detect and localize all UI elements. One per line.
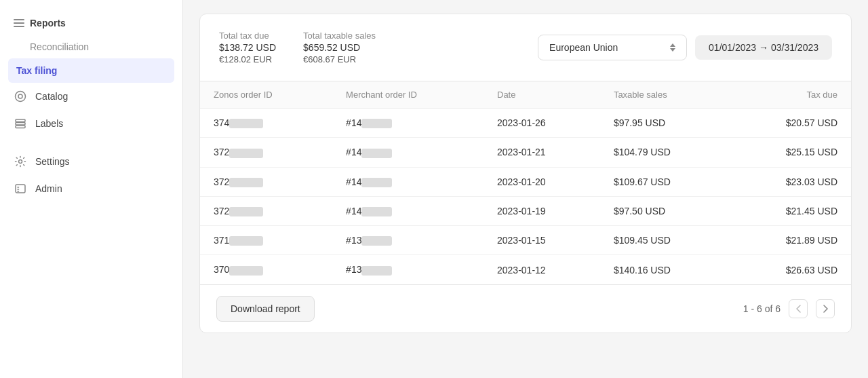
date-range-selector[interactable]: 01/01/2023 → 03/31/2023 [695,35,832,60]
region-selected-label: European Union [549,42,618,53]
zonos-id-blur [229,266,263,276]
svg-rect-3 [16,123,25,126]
cell-taxable-sales: $140.16 USD [600,255,730,284]
cell-date: 2023-01-26 [484,109,600,138]
col-zonos-order-id: Zonos order ID [200,81,332,109]
merchant-id-prefix: #14 [346,147,361,157]
content-card: Total tax due $138.72 USD €128.02 EUR To… [199,14,852,333]
cell-zonos-id: 371 [200,226,332,255]
cell-tax-due: $25.15 USD [730,138,851,167]
sidebar-reports-section: Reports [0,11,182,35]
zonos-id-blur [229,236,263,246]
select-chevrons-icon [670,43,675,52]
cell-date: 2023-01-15 [484,226,600,255]
merchant-id-prefix: #13 [346,264,361,275]
merchant-id-blur [361,119,392,128]
merchant-id-blur [361,266,392,276]
cell-merchant-id: #14 [332,138,484,167]
table-row: 372 #14 2023-01-20$109.67 USD$23.03 USD [200,167,851,196]
svg-point-0 [16,92,26,102]
table-row: 372 #14 2023-01-19$97.50 USD$21.45 USD [200,196,851,225]
download-report-button[interactable]: Download report [216,296,315,322]
cell-merchant-id: #13 [332,226,484,255]
cell-zonos-id: 374 [200,109,332,138]
date-range-label: 01/01/2023 → 03/31/2023 [709,42,818,53]
orders-table: Zonos order ID Merchant order ID Date Ta… [200,81,851,284]
cell-taxable-sales: $109.67 USD [600,167,730,196]
table-container: Zonos order ID Merchant order ID Date Ta… [200,81,851,284]
cell-date: 2023-01-20 [484,167,600,196]
svg-rect-2 [16,119,25,122]
cell-merchant-id: #14 [332,109,484,138]
header-controls: European Union 01/01/2023 → 03/31/2023 [538,35,832,60]
svg-rect-6 [16,185,25,193]
cell-merchant-id: #14 [332,196,484,225]
sidebar-item-admin[interactable]: Admin [0,175,182,202]
merchant-id-prefix: #14 [346,206,361,216]
sidebar-item-tax-filing[interactable]: Tax filing [8,58,174,83]
sidebar-item-reconciliation[interactable]: Reconciliation [0,35,182,58]
cell-zonos-id: 372 [200,196,332,225]
reports-icon [14,19,24,27]
svg-point-5 [19,160,22,164]
zonos-id-blur [229,119,263,128]
cell-date: 2023-01-21 [484,138,600,167]
cell-zonos-id: 372 [200,167,332,196]
total-taxable-sales-eur: €608.67 EUR [303,54,376,64]
cell-date: 2023-01-12 [484,255,600,284]
sidebar-item-labels[interactable]: Labels [0,110,182,137]
table-header-row: Zonos order ID Merchant order ID Date Ta… [200,81,851,109]
prev-page-button[interactable] [789,299,808,318]
cell-tax-due: $26.63 USD [730,255,851,284]
merchant-id-prefix: #14 [346,176,361,187]
total-taxable-sales-label: Total taxable sales [303,31,376,41]
table-row: 370 #13 2023-01-12$140.16 USD$26.63 USD [200,255,851,284]
svg-rect-4 [16,126,25,128]
labels-icon [14,117,27,130]
cell-zonos-id: 370 [200,255,332,284]
total-taxable-sales-usd: $659.52 USD [303,42,376,53]
next-page-button[interactable] [816,299,835,318]
cell-merchant-id: #13 [332,255,484,284]
admin-icon [14,182,27,195]
sidebar-item-catalog[interactable]: Catalog [0,83,182,110]
sidebar-item-settings[interactable]: Settings [0,148,182,175]
total-taxable-sales-block: Total taxable sales $659.52 USD €608.67 … [303,31,376,64]
zonos-id-prefix: 374 [214,117,229,128]
table-row: 372 #14 2023-01-21$104.79 USD$25.15 USD [200,138,851,167]
col-date: Date [484,81,600,109]
pagination: 1 - 6 of 6 [743,299,835,318]
zonos-id-prefix: 372 [214,147,229,157]
zonos-id-blur [229,149,263,158]
cell-taxable-sales: $109.45 USD [600,226,730,255]
zonos-id-prefix: 372 [214,206,229,216]
cell-taxable-sales: $97.50 USD [600,196,730,225]
zonos-id-blur [229,207,263,216]
main-content: Total tax due $138.72 USD €128.02 EUR To… [183,0,868,378]
table-row: 371 #13 2023-01-15$109.45 USD$21.89 USD [200,226,851,255]
card-header: Total tax due $138.72 USD €128.02 EUR To… [200,14,851,81]
total-tax-due-label: Total tax due [219,31,276,41]
merchant-id-prefix: #13 [346,235,361,246]
cell-taxable-sales: $104.79 USD [600,138,730,167]
zonos-id-prefix: 370 [214,264,229,275]
col-merchant-order-id: Merchant order ID [332,81,484,109]
merchant-id-blur [361,236,392,246]
chevron-left-icon [796,305,801,313]
card-footer: Download report 1 - 6 of 6 [200,284,851,333]
sidebar: Reports Reconciliation Tax filing Catalo… [0,0,183,378]
zonos-id-prefix: 371 [214,235,229,246]
cell-taxable-sales: $97.95 USD [600,109,730,138]
pagination-text: 1 - 6 of 6 [743,303,781,314]
catalog-icon [14,90,27,103]
cell-tax-due: $23.03 USD [730,167,851,196]
region-select[interactable]: European Union [538,35,687,60]
settings-icon [14,155,27,168]
cell-tax-due: $21.89 USD [730,226,851,255]
cell-date: 2023-01-19 [484,196,600,225]
cell-tax-due: $21.45 USD [730,196,851,225]
zonos-id-blur [229,178,263,187]
cell-tax-due: $20.57 USD [730,109,851,138]
merchant-id-blur [361,178,392,187]
col-taxable-sales: Taxable sales [600,81,730,109]
